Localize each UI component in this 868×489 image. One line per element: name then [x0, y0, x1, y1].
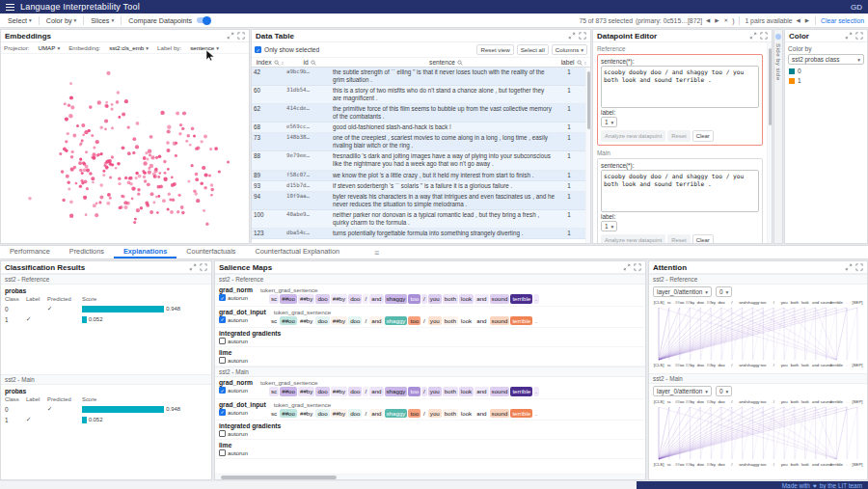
reset-button[interactable]: Reset	[667, 234, 690, 243]
prev-datapoint-button[interactable]: ◀	[705, 17, 711, 23]
salience-token[interactable]: ##by	[298, 294, 314, 304]
salience-token[interactable]: doo	[315, 387, 329, 396]
salience-token[interactable]: doo	[348, 316, 362, 326]
salience-token[interactable]: sound	[490, 387, 510, 396]
autorun-checkbox[interactable]: ✓autorun	[219, 387, 265, 394]
side-by-side-strip[interactable]: Side by side	[773, 29, 783, 244]
only-show-selected-checkbox[interactable]: ✓	[255, 46, 261, 53]
salience-token[interactable]: sound	[490, 294, 510, 304]
salience-token[interactable]: you	[428, 294, 442, 304]
search-icon[interactable]	[577, 60, 583, 66]
tab-predictions[interactable]: Predictions	[60, 246, 114, 258]
salience-token[interactable]: both	[443, 409, 458, 419]
select-menu[interactable]: Select▾	[4, 16, 36, 25]
drag-handle-icon[interactable]: ≡	[374, 248, 379, 258]
salience-token[interactable]: ##by	[331, 409, 347, 419]
salience-token[interactable]: ##oo	[280, 387, 297, 396]
table-row[interactable]: 62414cde…the primitive force of this fil…	[252, 104, 585, 122]
table-row[interactable]: 123dba54c…turns potentially forgettable …	[252, 229, 585, 239]
salience-token[interactable]: and	[475, 409, 488, 419]
head-select[interactable]: 0▾	[716, 386, 732, 396]
color-by-menu[interactable]: Color by▾	[42, 16, 81, 25]
table-row[interactable]: 89f58c07…we know the plot 's a little cr…	[252, 171, 585, 181]
salience-token[interactable]: shaggy	[385, 409, 408, 419]
salience-token[interactable]: and	[369, 387, 383, 396]
table-row[interactable]: 889e79ee…fresnadillo 's dark and jolting…	[252, 151, 585, 170]
toggle-switch-icon[interactable]	[197, 17, 210, 23]
table-row[interactable]: 93d15b7d…if steven soderbergh 's `` sola…	[252, 181, 585, 192]
column-header-sentence[interactable]: sentence	[333, 59, 559, 66]
tab-performance[interactable]: Performance	[0, 246, 60, 258]
salience-token[interactable]: doo	[315, 316, 329, 326]
salience-token[interactable]: sc	[269, 387, 279, 396]
salience-token[interactable]: doo	[315, 409, 329, 419]
salience-token[interactable]: and	[475, 294, 488, 304]
salience-token[interactable]: look	[459, 409, 474, 419]
salience-token[interactable]: too	[408, 409, 420, 419]
tab-counterfactual-explanation[interactable]: Counterfactual Explanation	[245, 246, 349, 258]
salience-token[interactable]: /	[421, 409, 427, 419]
autorun-checkbox[interactable]: ✓autorun	[219, 316, 265, 323]
attention-visualization[interactable]: [CLS][CLS]scsc##oo##oo##by##bydoodoo##by…	[653, 399, 863, 467]
salience-token[interactable]: terrible	[510, 387, 532, 396]
salience-token[interactable]: too	[408, 316, 420, 326]
clear-button[interactable]: Clear	[692, 130, 714, 142]
column-header-id[interactable]: id	[286, 59, 333, 66]
salience-token[interactable]: and	[369, 316, 383, 326]
compare-datapoints-toggle[interactable]: Compare Datapoints	[124, 16, 214, 25]
salience-token[interactable]: .	[533, 316, 539, 326]
label-select[interactable]: 1▾	[601, 221, 617, 231]
prev-pair-button[interactable]: ◀	[796, 17, 801, 23]
label-by-select[interactable]: sentence▾	[186, 44, 223, 51]
salience-token[interactable]: terrible	[510, 316, 532, 326]
autorun-checkbox[interactable]: ✓autorun	[219, 294, 265, 301]
salience-token[interactable]: and	[369, 294, 383, 304]
table-row[interactable]: 10040abe9…neither parker nor donovan is …	[252, 210, 585, 229]
salience-token[interactable]: sc	[269, 294, 279, 304]
salience-token[interactable]: both	[443, 387, 458, 396]
search-icon[interactable]	[311, 60, 316, 66]
column-header-index[interactable]: index ↕	[254, 59, 286, 66]
salience-token[interactable]: shaggy	[385, 387, 408, 396]
salience-token[interactable]: ##by	[298, 316, 314, 326]
salience-token[interactable]: doo	[348, 409, 362, 419]
salience-token[interactable]: shaggy	[385, 294, 408, 304]
salience-token[interactable]: /	[421, 316, 427, 326]
maximize-icon[interactable]	[845, 32, 853, 40]
fullscreen-icon[interactable]	[760, 32, 768, 40]
maximize-icon[interactable]	[189, 263, 197, 271]
fullscreen-icon[interactable]	[237, 32, 245, 40]
analyze-new-datapoint-button[interactable]: Analyze new datapoint	[601, 130, 665, 142]
salience-token[interactable]: too	[408, 387, 420, 396]
layer-select[interactable]: layer_0/attention▾	[653, 286, 712, 297]
maximize-icon[interactable]	[568, 32, 576, 40]
salience-token[interactable]: sc	[269, 409, 279, 419]
salience-token[interactable]: /	[421, 387, 427, 396]
salience-token[interactable]: ##oo	[280, 294, 297, 304]
fullscreen-icon[interactable]	[634, 263, 641, 271]
table-row[interactable]: 68e569cc…good old-fashioned slash-and-ha…	[252, 122, 585, 133]
salience-token[interactable]: /	[363, 409, 368, 419]
autorun-checkbox[interactable]: autorun	[219, 357, 265, 364]
salience-token[interactable]: /	[363, 387, 368, 396]
salience-token[interactable]: both	[443, 316, 458, 326]
autorun-checkbox[interactable]: autorun	[219, 338, 265, 344]
label-select[interactable]: 1▾	[601, 117, 617, 127]
salience-token[interactable]: .	[533, 387, 539, 396]
salience-token[interactable]: ##oo	[280, 409, 297, 419]
columns-menu[interactable]: Columns▾	[552, 44, 587, 55]
fullscreen-icon[interactable]	[855, 263, 863, 271]
maximize-icon[interactable]	[227, 32, 234, 40]
embedding-scatterplot[interactable]	[1, 54, 249, 228]
table-row[interactable]: 6031db54…this is a story of two misfits …	[252, 86, 585, 104]
autorun-checkbox[interactable]: autorun	[219, 430, 265, 437]
salience-token[interactable]: ##by	[331, 387, 347, 396]
salience-token[interactable]: you	[428, 387, 442, 396]
sort-icon[interactable]: ↕	[584, 60, 587, 66]
table-row[interactable]: 9410f9aa…byler reveals his characters in…	[252, 192, 585, 210]
select-all-button[interactable]: Select all	[517, 44, 549, 55]
column-header-label[interactable]: label ↕	[559, 59, 588, 66]
maximize-icon[interactable]	[623, 263, 631, 271]
reset-button[interactable]: Reset	[667, 130, 690, 142]
salience-token[interactable]: /	[363, 294, 368, 304]
